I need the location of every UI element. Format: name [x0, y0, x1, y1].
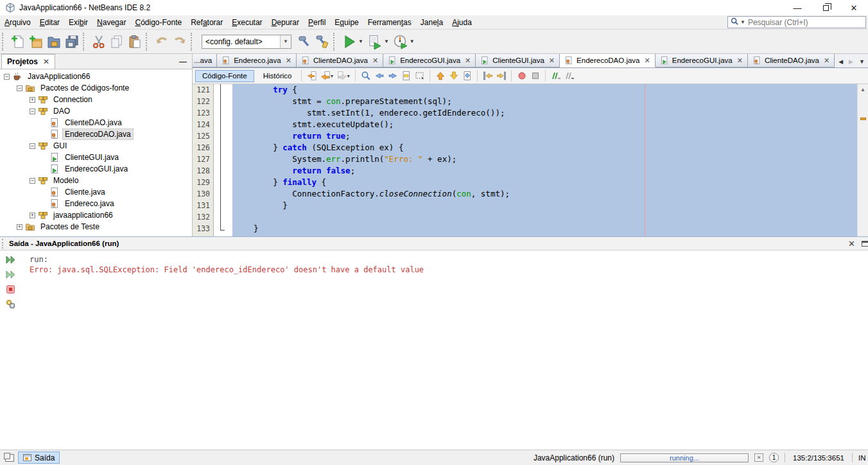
code-text[interactable]: } [232, 223, 857, 234]
menu-navegar[interactable]: Navegar [92, 16, 130, 29]
line-number[interactable]: 127 [193, 154, 213, 165]
code-text[interactable]: return false; [232, 165, 857, 177]
tab-close-icon[interactable]: ✕ [372, 57, 378, 65]
close-button[interactable]: ✕ [840, 1, 868, 15]
menu-editar[interactable]: Editar [35, 16, 64, 29]
tree-item-pacotes-de-teste[interactable]: +Pacotes de Teste [0, 221, 192, 232]
search-scope-caret-icon[interactable]: ▼ [740, 19, 745, 25]
search-icon[interactable] [731, 17, 739, 28]
last-edit-position-icon[interactable] [305, 69, 318, 83]
tab-close-icon[interactable]: ✕ [465, 57, 471, 65]
menu-equipe[interactable]: Equipe [330, 16, 363, 29]
line-number[interactable]: 131 [193, 200, 213, 211]
menu-exibir[interactable]: Exibir [64, 16, 92, 29]
source-view-button[interactable]: Código-Fonte [195, 70, 254, 82]
code-text[interactable]: System.err.println("Erro: " + ex); [232, 154, 857, 165]
menu-executar[interactable]: Executar [227, 16, 266, 29]
collapse-icon[interactable]: − [4, 74, 10, 80]
code-text[interactable]: stmt.setInt(1, endereco.getIdEndereco())… [232, 107, 857, 119]
tab-close-icon[interactable]: ✕ [824, 57, 829, 65]
search-input[interactable] [748, 18, 865, 27]
expand-icon[interactable]: + [30, 213, 35, 218]
start-macro-recording-icon[interactable] [515, 69, 528, 83]
build-project-icon[interactable] [295, 33, 313, 51]
code-text[interactable]: } [232, 200, 857, 211]
tree-item-clientegui-java[interactable]: ClienteGUI.java [0, 152, 192, 163]
config-dropdown-icon[interactable]: ▼ [280, 35, 291, 48]
clean-and-build-project-icon[interactable] [313, 33, 331, 51]
editor-scrollbar[interactable]: ▲ [857, 84, 868, 236]
code-text[interactable]: ConnectionFactory.closeConnection(con, s… [232, 188, 857, 200]
rectangular-selection-icon[interactable] [413, 69, 426, 83]
collapse-icon[interactable]: − [30, 178, 35, 184]
output-float-icon[interactable] [862, 241, 868, 247]
copy-icon[interactable] [108, 33, 126, 51]
editor-tab-enderecodao-java[interactable]: EnderecoDAO.java✕ [560, 54, 655, 67]
projects-tab-close-icon[interactable]: ✕ [43, 57, 49, 66]
collapse-icon[interactable]: − [17, 85, 22, 91]
line-number[interactable]: 130 [193, 188, 213, 200]
expand-icon[interactable]: + [17, 224, 22, 230]
next-bookmark-icon[interactable] [447, 69, 460, 83]
output-close-icon[interactable]: ✕ [848, 239, 855, 249]
open-project-icon[interactable] [45, 33, 63, 51]
line-number[interactable]: 129 [193, 177, 213, 188]
code-text[interactable]: stmt.executeUpdate(); [232, 119, 857, 130]
cancel-process-icon[interactable]: ✕ [754, 453, 763, 462]
dock-window-icon[interactable] [5, 454, 14, 462]
save-all-icon[interactable] [63, 33, 81, 51]
line-number[interactable]: 125 [193, 130, 213, 142]
run-project-dropdown-icon[interactable]: ▼ [358, 39, 363, 44]
menu-ajuda[interactable]: Ajuda [447, 16, 476, 29]
stop-icon[interactable] [5, 284, 16, 295]
debug-project-dropdown-icon[interactable]: ▼ [384, 39, 389, 44]
tree-item-enderecogui-java[interactable]: EnderecoGUI.java [0, 163, 192, 175]
scroll-tabs-right-icon[interactable]: ▶ [849, 58, 853, 65]
undo-icon[interactable] [153, 33, 171, 51]
tree-item-javaapplication66[interactable]: +javaapplication66 [0, 209, 192, 221]
projects-tab[interactable]: Projetos ✕ [1, 54, 55, 69]
scroll-tabs-left-icon[interactable]: ◀ [838, 58, 843, 65]
tree-item-pacotes-de-c-digos-fonte[interactable]: −Pacotes de Códigos-fonte [0, 82, 192, 94]
collapse-icon[interactable]: − [30, 109, 35, 114]
debug-project-icon[interactable] [366, 33, 384, 51]
toggle-highlight-search-icon[interactable] [399, 69, 413, 83]
line-number[interactable]: 133 [193, 223, 213, 234]
editor-tab-enderecogui-java[interactable]: EnderecoGUI.java✕ [655, 54, 748, 67]
error-stripe-mark[interactable] [860, 118, 866, 120]
shift-line-left-icon[interactable] [481, 69, 494, 83]
code-editor[interactable]: 121 try {122 stmt = con.prepareStatement… [193, 84, 857, 236]
find-selection-icon[interactable] [359, 69, 372, 83]
minimize-button[interactable]: — [783, 1, 812, 15]
restore-button[interactable] [812, 1, 840, 15]
redo-icon[interactable] [171, 33, 189, 51]
menu-depurar[interactable]: Depurar [267, 16, 304, 29]
editor-tab-endereco-java[interactable]: Endereco.java✕ [217, 54, 297, 67]
menu-janela[interactable]: Janela [416, 16, 447, 29]
line-number[interactable]: 122 [193, 96, 213, 107]
uncomment-lines-icon[interactable] [562, 69, 576, 83]
line-number[interactable]: 121 [193, 84, 213, 96]
tab-close-icon[interactable]: ✕ [737, 57, 743, 65]
menu-arquivo[interactable]: Arquivo [0, 16, 35, 29]
tab-close-icon[interactable]: ✕ [549, 57, 555, 65]
code-text[interactable] [232, 211, 857, 223]
tree-item-dao[interactable]: −DAO [0, 105, 192, 117]
output-window-toggle-button[interactable]: Saída [18, 452, 60, 464]
paste-icon[interactable] [126, 33, 144, 51]
jump-back-dropdown-icon[interactable]: ▼ [329, 74, 334, 78]
menu-ferramentas[interactable]: Ferramentas [363, 16, 416, 29]
jump-forward-dropdown-icon[interactable]: ▼ [346, 74, 351, 78]
editor-tab--ava[interactable]: ...ava [193, 54, 217, 67]
rerun-icon[interactable] [5, 254, 16, 265]
tree-item-enderecodao-java[interactable]: EnderecoDAO.java [0, 128, 192, 140]
settings-icon[interactable] [5, 299, 16, 310]
profile-project-icon[interactable] [392, 33, 410, 51]
tree-item-javaapplication66[interactable]: −JavaApplication66 [0, 71, 192, 82]
editor-tab-enderecogui-java[interactable]: EnderecoGUI.java✕ [383, 54, 476, 67]
history-view-button[interactable]: Histórico [257, 70, 299, 82]
rerun-alt-icon[interactable] [5, 269, 16, 280]
minimize-panel-icon[interactable]: — [179, 57, 187, 66]
stop-macro-recording-icon[interactable] [528, 69, 542, 83]
output-console[interactable]: run:Erro: java.sql.SQLException: Field '… [21, 250, 868, 450]
